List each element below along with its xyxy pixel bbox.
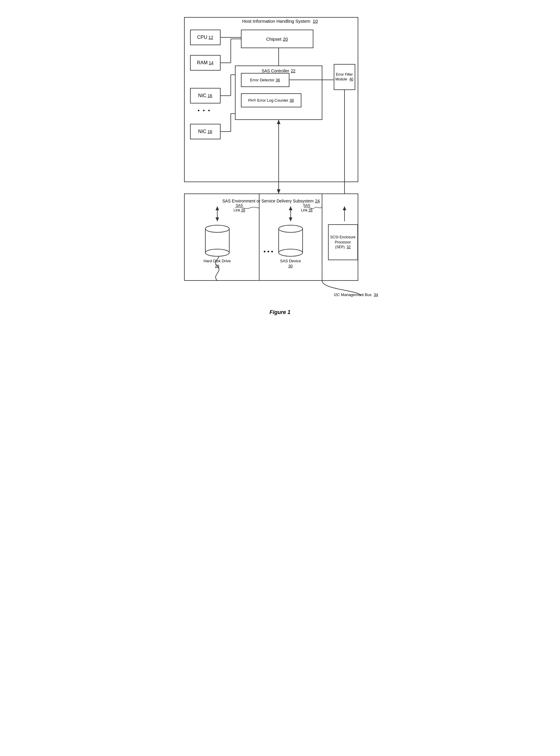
svg-marker-25 [277,189,280,194]
svg-point-41 [205,249,229,256]
svg-point-43 [279,225,303,232]
cpu-box: CPU 12 [191,30,220,45]
svg-marker-26 [277,120,280,124]
sas-link-right-label: SAS Link 26 [301,203,313,213]
dots: • • • [198,108,211,114]
svg-point-40 [205,225,229,232]
page-wrapper: Host Information Handling System 10 CPU … [175,9,385,315]
sas-device-cylinder: SAS Device 30 [274,223,307,269]
figure-caption: Figure 1 [269,309,290,315]
phy-error-log-label: PHY Error Log Counter 38 [241,93,301,107]
sas-subsystem-label: SAS Environment or Service Delivery Subs… [184,195,358,207]
scsi-enclosure-box: SCSI Enclosure Processor (SEP) 32 [328,224,358,260]
error-filter-label: Error Filter Module 40 [334,64,355,90]
host-system-label: Host Information Handling System 10 [242,19,318,24]
subsystem-dots: • • • [264,248,273,255]
svg-point-44 [279,249,303,256]
chipset-label: Chipset 20 [241,30,313,48]
svg-marker-32 [216,217,219,221]
ram-box: RAM 14 [191,55,220,70]
nic2-box: NIC 16 [191,124,220,139]
diagram-container: Host Information Handling System 10 CPU … [175,9,385,302]
hdd-cylinder: Hard Disk Drive 28 [198,223,237,269]
sas-link-left-label: SAS Link 26 [234,203,245,213]
i2c-bus-label: I2C Management Bus 34 [334,292,378,297]
error-detector-label: Error Detector 36 [241,73,289,87]
svg-marker-35 [289,217,293,221]
nic1-box: NIC 16 [191,88,220,103]
